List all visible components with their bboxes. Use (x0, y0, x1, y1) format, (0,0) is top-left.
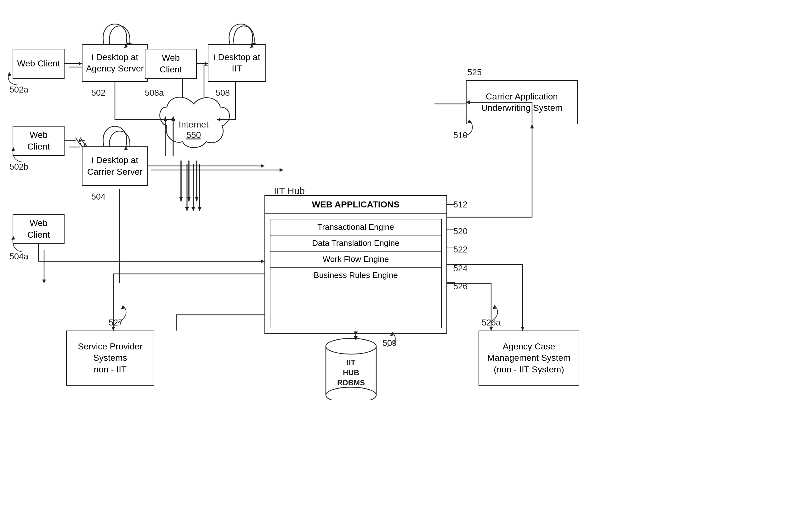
svg-marker-58 (205, 62, 208, 65)
iit-rdbms: IIT HUB RDBMS (321, 334, 381, 400)
svg-marker-22 (185, 207, 189, 211)
svg-line-53 (80, 138, 85, 145)
label-526a: 526a (482, 318, 500, 328)
business-rules-engine: Business Rules Engine (271, 268, 441, 283)
svg-point-44 (326, 387, 376, 400)
engines-container: Transactional Engine Data Translation En… (270, 219, 442, 328)
svg-text:RDBMS: RDBMS (337, 378, 365, 387)
svg-marker-73 (195, 197, 199, 201)
svg-marker-24 (192, 207, 195, 211)
web-client-504a: WebClient (13, 214, 64, 244)
iit-hub-container: WEB APPLICATIONS Transactional Engine Da… (264, 195, 447, 334)
svg-marker-50 (79, 62, 82, 65)
svg-line-52 (76, 138, 80, 145)
label-510: 510 (453, 131, 468, 140)
carrier-app-box: Carrier ApplicationUnderwriting System (466, 80, 578, 124)
service-provider-box: Service ProviderSystemsnon - IIT (66, 331, 154, 386)
i-desktop-agency: i Desktop atAgency Server (82, 44, 148, 82)
label-502: 502 (91, 88, 105, 98)
internet-cloud: Internet 550 (154, 91, 233, 160)
label-508a: 508a (145, 88, 164, 98)
svg-marker-20 (279, 168, 283, 172)
web-client-502a: Web Client (13, 49, 64, 79)
label-527: 527 (109, 318, 123, 328)
label-508: 508 (216, 88, 230, 98)
svg-marker-86 (530, 124, 534, 129)
data-translation-engine: Data Translation Engine (271, 235, 441, 252)
label-522: 522 (453, 245, 468, 255)
svg-marker-55 (79, 139, 82, 143)
web-client-502b: WebClient (13, 126, 64, 156)
label-502a: 502a (9, 85, 28, 95)
svg-marker-95 (492, 306, 496, 309)
label-504: 504 (91, 192, 105, 202)
svg-marker-94 (521, 327, 525, 331)
svg-marker-79 (261, 164, 264, 168)
label-520: 520 (453, 226, 468, 236)
diagram-container: Web Client i Desktop atAgency Server Web… (0, 0, 788, 532)
svg-marker-26 (198, 207, 201, 211)
svg-text:IIT: IIT (347, 358, 355, 367)
svg-point-43 (326, 338, 376, 354)
label-509: 509 (382, 338, 397, 348)
transactional-engine: Transactional Engine (271, 219, 441, 235)
svg-marker-71 (187, 197, 191, 201)
svg-text:HUB: HUB (343, 368, 359, 377)
svg-text:Internet: Internet (179, 120, 209, 130)
label-504a: 504a (9, 252, 28, 262)
label-524: 524 (453, 264, 468, 274)
iit-hub-label: IIT Hub (274, 186, 305, 196)
agency-case-box: Agency CaseManagement System(non - IIT S… (478, 331, 579, 386)
svg-marker-48 (7, 73, 11, 76)
svg-marker-82 (261, 259, 264, 263)
web-apps-header: WEB APPLICATIONS (265, 196, 447, 214)
label-526: 526 (453, 282, 468, 292)
svg-text:550: 550 (186, 130, 201, 140)
i-desktop-carrier: i Desktop atCarrier Server (82, 146, 148, 186)
label-525: 525 (468, 68, 482, 77)
label-512: 512 (453, 200, 468, 210)
i-desktop-iit: i Desktop atIIT (208, 44, 266, 82)
svg-marker-17 (42, 279, 46, 283)
web-client-top-center: WebClient (145, 49, 197, 79)
workflow-engine: Work Flow Engine (271, 252, 441, 268)
label-502b: 502b (9, 162, 28, 172)
svg-marker-99 (121, 306, 125, 309)
svg-marker-69 (179, 197, 183, 201)
